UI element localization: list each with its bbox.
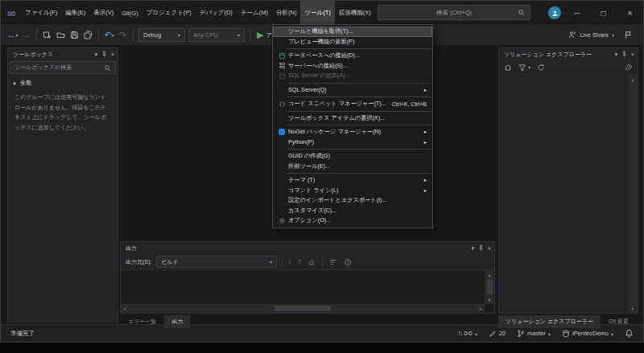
tools-menu-item[interactable]: ツールと機能を取得(T)... — [273, 27, 432, 37]
tools-menu-item[interactable]: SQL Server(Q)▸ — [273, 85, 432, 96]
scroll-up-icon[interactable]: ▴ — [631, 76, 634, 82]
pin-icon[interactable] — [477, 244, 485, 252]
menu-item-label: 外部ツール(E)... — [288, 162, 427, 170]
tools-menu-item[interactable]: コマンド ライン(L)▸ — [273, 186, 432, 196]
menubar-item[interactable]: デバッグ(D) — [196, 1, 237, 25]
menubar-item[interactable]: 拡張機能(X) — [335, 1, 375, 25]
scrollbar-thumb[interactable] — [275, 306, 331, 311]
close-icon[interactable]: × — [488, 245, 491, 251]
tools-menu-item[interactable]: Python(P)▸ — [273, 138, 432, 148]
feedback-button[interactable] — [621, 27, 635, 43]
minimize-button[interactable]: ─ — [564, 1, 590, 25]
toolbox-header[interactable]: ツールボックス ▾ × — [8, 48, 118, 60]
home-icon[interactable] — [504, 64, 512, 72]
navigate-forward-button[interactable]: → — [19, 27, 33, 43]
play-icon: ▶ — [257, 31, 263, 39]
goto-next-message-icon[interactable]: ↓ — [287, 258, 291, 265]
database-icon — [275, 52, 288, 60]
menubar-item[interactable]: Git(G) — [118, 1, 142, 25]
git-sync-status[interactable]: ↑↓ 0/0 ▴ — [457, 330, 477, 337]
navigate-back-button[interactable]: ←▾ — [6, 27, 19, 43]
scroll-down-icon[interactable]: ▾ — [488, 297, 490, 302]
menu-separator — [287, 48, 431, 49]
tools-menu-item[interactable]: サーバーへの接続(S)... — [273, 61, 432, 72]
menubar-item[interactable]: ファイル(F) — [21, 1, 61, 25]
solution-explorer-tab[interactable]: ソリューション エクスプローラー — [498, 315, 601, 328]
menubar-item[interactable]: ツール(T) — [300, 1, 334, 25]
filter-dropdown-button[interactable]: ▾ — [518, 64, 530, 72]
sync-arrows-icon: ↑↓ — [457, 330, 461, 337]
submenu-arrow-icon: ▸ — [424, 177, 427, 183]
pin-icon[interactable] — [101, 51, 108, 58]
output-content[interactable]: ▴ ▾ ◂ ▸ — [121, 269, 494, 313]
tools-menu-item[interactable]: オプション(O)... — [273, 215, 432, 226]
platform-combo[interactable]: Any CPU▾ — [188, 28, 245, 42]
output-tab[interactable]: 出力 — [164, 315, 190, 328]
output-tab[interactable]: エラー一覧 — [121, 315, 163, 328]
scroll-left-icon[interactable]: ◂ — [123, 306, 126, 311]
word-wrap-icon[interactable] — [329, 258, 337, 266]
tools-menu-item[interactable]: SQL Server の追加(A)... — [273, 71, 432, 81]
notifications-button[interactable] — [625, 329, 634, 338]
properties-wrench-icon[interactable] — [625, 64, 633, 72]
solution-explorer-tab[interactable]: Git 変更 — [601, 315, 636, 328]
chevron-down-icon[interactable]: ▾ — [94, 51, 97, 57]
tools-menu-item[interactable]: GUID の作成(G) — [273, 151, 432, 162]
output-controls: 出力元(S): ビルド ▾ ↓ ↑ — [121, 254, 494, 269]
close-button[interactable]: × — [617, 1, 643, 25]
output-horizontal-scrollbar[interactable]: ◂ ▸ — [121, 304, 485, 313]
tools-menu-item[interactable]: 設定のインポートとエクスポート(I)... — [273, 195, 432, 206]
open-file-button[interactable] — [54, 27, 68, 43]
goto-prev-message-icon[interactable]: ↑ — [298, 258, 302, 265]
solution-explorer-header[interactable]: ソリューション エクスプローラー ▾ × — [499, 48, 638, 60]
toolbox-search-input[interactable]: ツールボックスの検索 — [10, 61, 116, 74]
user-avatar[interactable] — [548, 6, 561, 19]
tools-menu-item[interactable]: カスタマイズ(C)... — [273, 206, 432, 216]
refresh-icon[interactable] — [537, 64, 545, 72]
tools-menu-item[interactable]: テーマ (T)▸ — [273, 175, 432, 186]
chevron-down-icon[interactable]: ▾ — [471, 245, 474, 251]
clear-all-icon[interactable] — [308, 258, 316, 266]
scroll-up-icon[interactable]: ▴ — [488, 272, 490, 277]
git-pending-changes[interactable]: 20 — [489, 330, 506, 338]
forward-arrow-icon: → — [22, 31, 31, 39]
live-share-button[interactable]: Live Share ▾ — [568, 31, 614, 39]
tools-menu-item[interactable]: プレビュー機能の更新(P) — [273, 37, 432, 47]
solution-explorer-content[interactable]: ▴ ▾ — [499, 75, 638, 313]
undo-button[interactable]: ↶▾ — [102, 27, 116, 43]
redo-button[interactable]: ↷ — [116, 27, 130, 43]
tools-menu-item[interactable]: ツールボックス アイテムの選択(X)... — [273, 113, 432, 124]
chevron-down-icon[interactable]: ▾ — [614, 51, 617, 57]
save-button[interactable] — [68, 27, 81, 43]
menubar-item[interactable]: 表示(V) — [89, 1, 118, 25]
scrollbar-thumb[interactable] — [487, 280, 493, 294]
scroll-down-icon[interactable]: ▾ — [631, 306, 634, 311]
menubar-item[interactable]: 分析(N) — [272, 1, 300, 25]
tools-menu-item[interactable]: データベースへの接続(D)... — [273, 51, 432, 61]
close-icon[interactable]: × — [631, 51, 634, 57]
quick-search-box[interactable]: 検索 (Ctrl+Q) — [378, 5, 530, 20]
git-repository-selector[interactable]: iPentecDemo ▴ — [562, 330, 613, 338]
menubar-item[interactable]: プロジェクト(P) — [142, 1, 196, 25]
output-header[interactable]: 出力 ▾ × — [121, 242, 494, 254]
timestamp-icon[interactable] — [344, 258, 352, 266]
tools-menu-item[interactable]: NuGet パッケージ マネージャー(N)▸ — [273, 127, 432, 138]
pin-icon[interactable] — [621, 51, 628, 58]
output-source-combo[interactable]: ビルド ▾ — [156, 256, 277, 268]
new-project-button[interactable] — [40, 27, 54, 43]
tools-menu-item[interactable]: コード スニペット マネージャー(T)...Ctrl+K, Ctrl+B — [273, 99, 432, 109]
toolbar-separator — [282, 257, 283, 266]
output-vertical-scrollbar[interactable]: ▴ ▾ — [485, 270, 494, 304]
scroll-right-icon[interactable]: ▸ — [480, 306, 482, 311]
solution-config-combo[interactable]: Debug▾ — [138, 28, 185, 42]
menubar-item[interactable]: チーム(M) — [237, 1, 272, 25]
live-share-label: Live Share — [580, 31, 609, 39]
git-branch-selector[interactable]: master ▴ — [517, 330, 551, 338]
toolbox-section-general[interactable]: ▲ 全般 — [8, 76, 118, 89]
maximize-button[interactable]: □ — [590, 1, 617, 25]
close-icon[interactable]: × — [111, 51, 114, 57]
menubar-item[interactable]: 編集(E) — [61, 1, 89, 25]
solution-explorer-scrollbar[interactable]: ▴ ▾ — [628, 75, 638, 313]
tools-menu-item[interactable]: 外部ツール(E)... — [273, 162, 432, 172]
save-all-button[interactable] — [81, 27, 95, 43]
